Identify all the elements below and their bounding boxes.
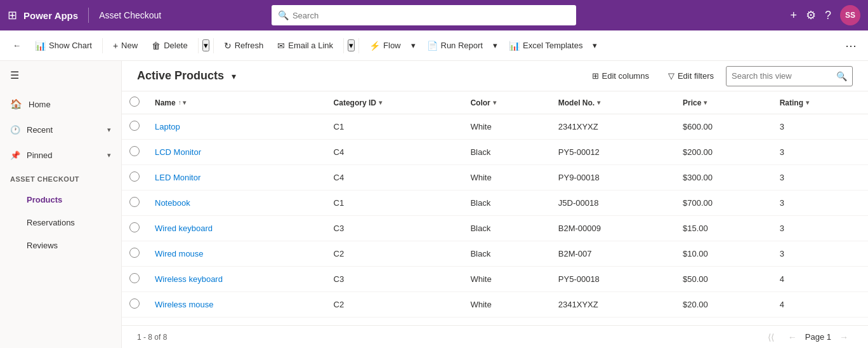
content-title: Active Products (137, 69, 224, 83)
search-view-input[interactable] (732, 71, 832, 81)
flow-icon: ⚡ (369, 41, 380, 51)
color-sort-icon: ▾ (493, 99, 496, 106)
sidebar-item-reservations[interactable]: Reservations (0, 211, 121, 234)
row-category-id: C2 (326, 241, 463, 267)
row-price: $600.00 (675, 114, 772, 140)
row-name[interactable]: Notebook (147, 191, 326, 216)
row-checkbox-cell[interactable] (122, 216, 147, 241)
flow-dropdown-button[interactable]: ▾ (407, 34, 419, 57)
select-all-checkbox[interactable] (129, 97, 140, 107)
row-checkbox[interactable] (129, 197, 140, 207)
email-link-button[interactable]: ✉ Email a Link (271, 34, 339, 57)
sidebar-main-nav: 🏠 Home 🕐 Recent ▾ 📌 Pinned ▾ (0, 89, 121, 170)
toolbar-separator-4 (343, 38, 344, 53)
column-header-price[interactable]: Price ▾ (675, 91, 772, 114)
email-dropdown-button[interactable]: ▾ (348, 39, 355, 51)
row-name[interactable]: LED Monitor (147, 165, 326, 191)
run-report-dropdown-button[interactable]: ▾ (489, 34, 501, 57)
table-row: Wireless mouse C2 White 2341XYXZ $20.00 … (122, 292, 868, 318)
sidebar-item-reviews[interactable]: Reviews (0, 234, 121, 257)
global-search[interactable]: 🔍 (272, 5, 576, 25)
column-header-rating[interactable]: Rating ▾ (772, 91, 868, 114)
select-all-header[interactable] (122, 91, 147, 114)
search-icon: 🔍 (278, 10, 289, 20)
global-search-input[interactable] (293, 11, 570, 20)
row-checkbox-cell[interactable] (122, 191, 147, 216)
sidebar-item-recent[interactable]: 🕐 Recent ▾ (0, 117, 121, 142)
row-color: White (463, 165, 550, 191)
row-checkbox[interactable] (129, 222, 140, 232)
page-label: Page 1 (805, 332, 831, 342)
row-model-no: B2M-00009 (551, 216, 675, 241)
show-chart-button[interactable]: 📊 Show Chart (29, 34, 98, 57)
row-color: White (463, 267, 550, 292)
add-icon[interactable]: + (790, 9, 797, 22)
excel-templates-button[interactable]: 📊 Excel Templates (503, 34, 589, 57)
user-avatar[interactable]: SS (840, 5, 860, 25)
edit-columns-button[interactable]: ⊞ Edit columns (585, 66, 656, 86)
back-button[interactable]: ← (6, 34, 27, 57)
row-checkbox-cell[interactable] (122, 114, 147, 140)
chart-icon: 📊 (35, 41, 46, 51)
sidebar-item-home[interactable]: 🏠 Home (0, 91, 121, 117)
excel-templates-dropdown-button[interactable]: ▾ (589, 34, 601, 57)
row-name[interactable]: LCD Monitor (147, 140, 326, 165)
run-report-button[interactable]: 📄 Run Report (421, 34, 489, 57)
column-header-name[interactable]: Name ↑ ▾ (147, 91, 326, 114)
row-checkbox[interactable] (129, 146, 140, 156)
sidebar-toggle-button[interactable]: ☰ (0, 61, 121, 89)
refresh-button[interactable]: ↻ Refresh (218, 34, 270, 57)
search-view[interactable]: 🔍 (726, 66, 853, 86)
back-icon: ← (13, 41, 21, 50)
row-checkbox-cell[interactable] (122, 292, 147, 318)
sidebar-sub-nav: Products Reservations Reviews (0, 185, 121, 259)
more-options-button[interactable]: ⋯ (840, 34, 862, 57)
products-table: Name ↑ ▾ Category ID ▾ C (122, 91, 868, 318)
column-header-color[interactable]: Color ▾ (463, 91, 550, 114)
row-checkbox[interactable] (129, 121, 140, 131)
top-navigation: ⊞ Power Apps Asset Checkout 🔍 + ⚙ ? SS (0, 0, 868, 30)
report-icon: 📄 (427, 41, 438, 51)
settings-icon[interactable]: ⚙ (806, 8, 816, 22)
refresh-icon: ↻ (224, 41, 232, 51)
row-checkbox-cell[interactable] (122, 165, 147, 191)
row-category-id: C3 (326, 216, 463, 241)
row-model-no: B2M-007 (551, 241, 675, 267)
row-checkbox[interactable] (129, 273, 140, 283)
row-name[interactable]: Wired mouse (147, 241, 326, 267)
row-name[interactable]: Wireless keyboard (147, 267, 326, 292)
toolbar-separator-2 (198, 38, 199, 53)
help-icon[interactable]: ? (825, 9, 831, 22)
row-price: $10.00 (675, 241, 772, 267)
grid-icon[interactable]: ⊞ (8, 8, 17, 22)
row-checkbox[interactable] (129, 298, 140, 309)
first-page-button[interactable]: ⟨⟨ (762, 328, 780, 346)
next-page-button[interactable]: → (835, 328, 853, 346)
row-color: Black (463, 191, 550, 216)
new-button[interactable]: + New (107, 34, 144, 57)
content-header: Active Products ▾ ⊞ Edit columns ▽ Edit … (122, 61, 868, 91)
rating-sort-icon: ▾ (806, 99, 809, 106)
row-checkbox[interactable] (129, 171, 140, 182)
row-name[interactable]: Wireless mouse (147, 292, 326, 318)
delete-button[interactable]: 🗑 Delete (145, 34, 194, 57)
row-name[interactable]: Wired keyboard (147, 216, 326, 241)
recent-icon: 🕐 (10, 125, 20, 135)
row-checkbox-cell[interactable] (122, 140, 147, 165)
row-rating: 3 (772, 191, 868, 216)
flow-button[interactable]: ⚡ Flow (363, 34, 407, 57)
column-header-category-id[interactable]: Category ID ▾ (326, 91, 463, 114)
sidebar-item-pinned[interactable]: 📌 Pinned ▾ (0, 142, 121, 168)
row-checkbox-cell[interactable] (122, 267, 147, 292)
excel-templates-dropdown: 📊 Excel Templates ▾ (503, 34, 601, 57)
row-checkbox[interactable] (129, 248, 140, 258)
edit-filters-button[interactable]: ▽ Edit filters (661, 66, 721, 86)
row-name[interactable]: Laptop (147, 114, 326, 140)
column-header-model-no[interactable]: Model No. ▾ (551, 91, 675, 114)
row-category-id: C4 (326, 140, 463, 165)
prev-page-button[interactable]: ← (784, 328, 801, 346)
sidebar-item-products[interactable]: Products (0, 188, 121, 211)
content-title-dropdown-icon[interactable]: ▾ (232, 71, 236, 81)
row-checkbox-cell[interactable] (122, 241, 147, 267)
delete-dropdown-button[interactable]: ▾ (202, 39, 209, 51)
